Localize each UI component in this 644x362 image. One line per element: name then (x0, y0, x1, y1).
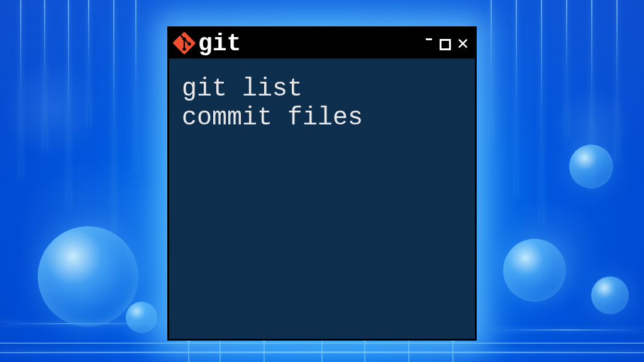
bg-sphere (503, 239, 566, 302)
git-icon (173, 32, 196, 55)
bg-sphere (569, 145, 613, 189)
close-button[interactable]: ✕ (457, 35, 469, 53)
terminal-content[interactable]: git list commit files (169, 58, 475, 339)
terminal-window: git - ✕ git list commit files (167, 26, 477, 341)
maximize-button[interactable] (440, 39, 451, 50)
window-title: git (198, 30, 241, 57)
minimize-button[interactable]: - (422, 28, 436, 51)
titlebar[interactable]: git - ✕ (169, 28, 475, 58)
